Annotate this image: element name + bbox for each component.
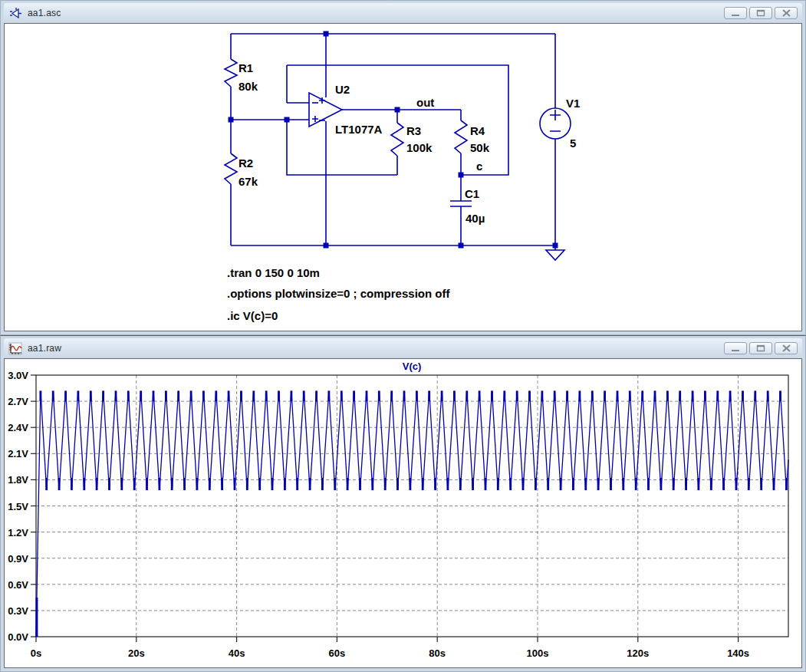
component-value: 100k [406,141,433,154]
schematic-doc-icon [8,7,22,20]
waveform-close-button[interactable] [775,342,798,354]
svg-text:0s: 0s [31,647,41,659]
restore-icon [756,9,765,17]
component-ref: U2 [335,83,350,96]
restore-icon [756,344,765,352]
waveform-window-title: aa1.raw [28,343,61,354]
spice-directive-options[interactable]: .options plotwinsize=0 ; compression off [227,287,450,300]
component-value: 5 [570,137,576,150]
plot-trace-title[interactable]: V(c) [403,361,422,372]
component-value: 67k [239,175,258,188]
waveform-canvas[interactable]: V(c) 3.0V2.7V2.4V2.1V1.8V1.5V1.2V0.9V0.6… [5,359,803,668]
svg-text:100s: 100s [527,647,549,659]
waveform-minimize-button[interactable] [724,342,747,354]
svg-text:60s: 60s [329,647,346,659]
resistor-R1[interactable]: R1 80k [225,59,258,93]
schematic-canvas[interactable]: R1 80k R2 67k R3 100k R4 50k [5,24,803,331]
svg-text:2.1V: 2.1V [8,448,28,460]
resistor-R3[interactable]: R3 100k [391,123,433,156]
component-value: LT1077A [335,123,383,136]
svg-text:20s: 20s [128,647,145,659]
svg-text:0.0V: 0.0V [8,631,28,643]
component-ref: R3 [406,124,421,137]
net-label-out[interactable]: out [416,96,434,109]
schematic-client-area: R1 80k R2 67k R3 100k R4 50k [4,23,802,331]
waveform-doc-icon [8,342,22,355]
svg-text:140s: 140s [727,647,749,659]
minimize-icon [731,10,740,17]
component-value: 80k [239,80,258,93]
component-value: 40µ [466,212,485,225]
schematic-titlebar[interactable]: aa1.asc [4,3,802,23]
svg-text:1.8V: 1.8V [8,474,28,486]
waveform-window: aa1.raw V(c) 3.0V2.7V2.4V2.1V1.8V1.5V1.2… [0,335,806,672]
waveform-titlebar[interactable]: aa1.raw [4,338,802,358]
svg-text:0.6V: 0.6V [8,579,28,591]
svg-text:2.4V: 2.4V [8,422,28,433]
svg-text:3.0V: 3.0V [8,370,28,381]
minimize-icon [731,345,740,352]
svg-text:1.5V: 1.5V [8,501,28,512]
plot-gridlines [36,375,788,637]
svg-text:120s: 120s [627,647,649,659]
schematic-restore-button[interactable] [749,7,772,19]
svg-text:0.3V: 0.3V [8,605,28,617]
spice-directive-ic[interactable]: .ic V(c)=0 [227,309,278,322]
plot-y-axis-labels: 3.0V2.7V2.4V2.1V1.8V1.5V1.2V0.9V0.6V0.3V… [8,370,28,643]
component-ref: C1 [465,187,479,200]
component-value: 50k [470,141,490,154]
resistor-R4[interactable]: R4 50k [455,120,490,154]
schematic-minimize-button[interactable] [724,7,747,19]
plot-x-axis-labels: 0s20s40s60s80s100s120s140s [31,647,749,659]
schematic-close-button[interactable] [775,7,798,19]
component-ref: R1 [239,61,253,74]
svg-text:1.2V: 1.2V [8,527,28,539]
ground-symbol[interactable] [546,250,564,260]
schematic-window: aa1.asc R1 80k [0,0,806,335]
svg-text:2.7V: 2.7V [8,396,28,407]
voltage-source-V1[interactable]: V1 5 [540,97,580,150]
waveform-client-area: V(c) 3.0V2.7V2.4V2.1V1.8V1.5V1.2V0.9V0.6… [4,358,802,668]
close-icon [782,9,791,17]
component-ref: R2 [239,156,253,170]
resistor-R2[interactable]: R2 67k [225,153,258,188]
component-ref: V1 [566,97,580,110]
plot-axis-ticks [31,375,739,642]
svg-text:0.9V: 0.9V [8,553,28,565]
spice-directive-tran[interactable]: .tran 0 150 0 10m [227,266,320,279]
net-label-c[interactable]: c [476,160,482,173]
svg-text:80s: 80s [429,647,446,659]
svg-text:40s: 40s [229,647,245,659]
capacitor-C1[interactable]: C1 40µ [450,187,485,225]
close-icon [782,344,791,352]
component-ref: R4 [470,124,485,137]
schematic-window-title: aa1.asc [28,8,61,18]
waveform-restore-button[interactable] [749,342,772,354]
schematic-wires[interactable] [231,34,555,250]
